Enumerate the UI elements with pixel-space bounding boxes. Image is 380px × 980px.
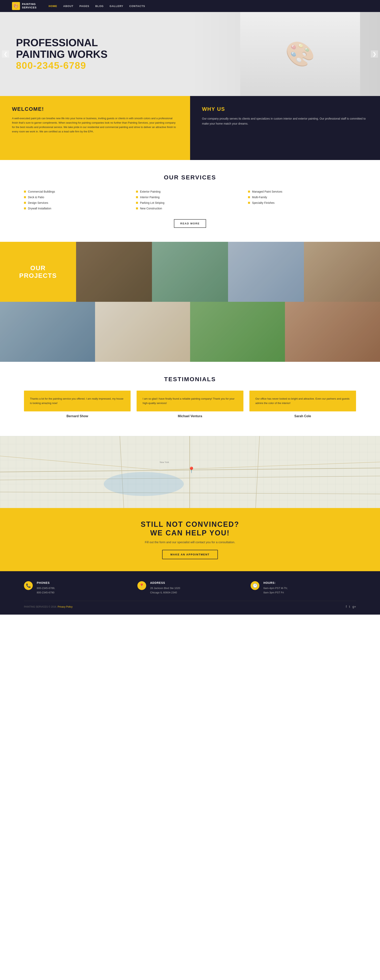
- main-nav: HOME ABOUT PAGES BLOG GALLERY CONTACTS: [49, 4, 145, 8]
- testimonial-text-1: Thanks a lot for the painting service yo…: [30, 396, 125, 406]
- svg-text:New York: New York: [160, 461, 169, 463]
- bullet-icon: [248, 202, 250, 204]
- nav-pages[interactable]: PAGES: [79, 4, 89, 8]
- bullet-icon: [136, 207, 138, 209]
- googleplus-icon[interactable]: g+: [352, 605, 356, 609]
- welcome-panel: WELCOME! A well-executed paint job can b…: [0, 96, 190, 160]
- bullet-icon: [24, 202, 26, 204]
- testimonial-item-1: Thanks a lot for the painting service yo…: [24, 391, 131, 418]
- project-image-1[interactable]: [76, 242, 152, 302]
- footer-hours-info: Hours: 6am-4pm PST M-Th; 8am-3pm PST Fri: [263, 581, 288, 595]
- list-item: Managed Paint Services: [248, 189, 356, 194]
- testimonial-item-3: Our office has never looked so bright an…: [249, 391, 356, 418]
- footer-bottom: PAINTING SERVICES © 2016. Privacy Policy…: [24, 601, 356, 609]
- projects-section: OUR PROJECTS: [0, 242, 380, 362]
- footer-address-info: Address 28 Jackson Blvd Ste 1020 Chicago…: [150, 581, 180, 595]
- bullet-icon: [24, 207, 26, 209]
- hero-title: PROFESSIONAL PAINTING WORKS: [16, 37, 108, 60]
- phone-icon: 📞: [24, 581, 33, 590]
- svg-line-3: [120, 436, 124, 508]
- testimonial-text-2: I am so glad I have finally found a reli…: [142, 396, 237, 406]
- logo: 🎨 PAINTING SERVICES: [12, 2, 37, 10]
- footer-hours-lines: 6am-4pm PST M-Th; 8am-3pm PST Fri: [263, 586, 288, 595]
- nav-blog[interactable]: BLOG: [95, 4, 104, 8]
- nav-home[interactable]: HOME: [49, 4, 57, 8]
- bullet-icon: [24, 196, 26, 198]
- facebook-icon[interactable]: f: [346, 605, 347, 609]
- why-us-panel: WHY US Our company proudly serves its cl…: [190, 96, 380, 160]
- welcome-body: A well-executed paint job can breathe ne…: [12, 116, 178, 134]
- footer-copyright: PAINTING SERVICES © 2016. Privacy Policy: [24, 605, 73, 608]
- testimonials-title: TESTIMONIALS: [24, 376, 356, 383]
- footer-phones: 📞 Phones 800-2345-6789, 800-2345-6790: [24, 581, 130, 595]
- list-item: Drywall Installation: [24, 205, 132, 211]
- list-item: Multi-Family: [248, 194, 356, 200]
- testimonial-name-2: Michael Ventura: [136, 414, 243, 418]
- logo-icon: 🎨: [12, 2, 20, 10]
- list-item: Deck & Patio: [24, 194, 132, 200]
- nav-about[interactable]: ABOUT: [63, 4, 73, 8]
- services-section: OUR SERVICES Commercial Buildings Deck &…: [0, 160, 380, 242]
- hero-image: [240, 12, 360, 96]
- project-image-7[interactable]: [190, 302, 285, 362]
- project-image-2[interactable]: [152, 242, 228, 302]
- footer-address-lines: 28 Jackson Blvd Ste 1020 Chicago IL 6060…: [150, 586, 180, 595]
- testimonial-card-2: I am so glad I have finally found a reli…: [136, 391, 243, 411]
- list-item: Specialty Finishes: [248, 200, 356, 205]
- why-us-body: Our company proudly serves its clients a…: [202, 116, 368, 126]
- list-item: Exterior Painting: [136, 189, 244, 194]
- testimonial-card-3: Our office has never looked so bright an…: [249, 391, 356, 411]
- list-item: Commercial Buildings: [24, 189, 132, 194]
- project-image-6[interactable]: [95, 302, 190, 362]
- bullet-icon: [136, 202, 138, 204]
- bullet-icon: [24, 191, 26, 192]
- svg-line-5: [0, 456, 160, 470]
- list-item: Parking Lot Striping: [136, 200, 244, 205]
- footer: 📞 Phones 800-2345-6789, 800-2345-6790 📍 …: [0, 571, 380, 615]
- appointment-button[interactable]: MAKE AN APPOINTMENT: [162, 550, 218, 559]
- logo-text: PAINTING SERVICES: [22, 3, 37, 10]
- list-item: Design Services: [24, 200, 132, 205]
- list-item: New Construction: [136, 205, 244, 211]
- svg-point-8: [104, 472, 184, 496]
- bullet-icon: [136, 196, 138, 198]
- map-section: New York 📍: [0, 436, 380, 508]
- bullet-icon: [136, 191, 138, 192]
- nav-contacts[interactable]: CONTACTS: [130, 4, 145, 8]
- bullet-icon: [248, 191, 250, 192]
- hero-next-button[interactable]: ❯: [371, 50, 378, 57]
- hero-prev-button[interactable]: ❮: [2, 50, 9, 57]
- testimonial-item-2: I am so glad I have finally found a reli…: [136, 391, 243, 418]
- cta-body: Fill out the form and our specialist wil…: [24, 540, 356, 544]
- privacy-link[interactable]: Privacy Policy: [57, 605, 73, 608]
- project-image-3[interactable]: [228, 242, 304, 302]
- footer-contacts: 📞 Phones 800-2345-6789, 800-2345-6790 📍 …: [24, 581, 356, 595]
- map-background: New York 📍: [0, 436, 380, 508]
- project-image-8[interactable]: [285, 302, 380, 362]
- list-item: Interior Painting: [136, 194, 244, 200]
- projects-label: OUR PROJECTS: [0, 242, 76, 302]
- bullet-icon: [248, 196, 250, 198]
- footer-phones-lines: 800-2345-6789, 800-2345-6790: [37, 586, 55, 595]
- project-image-5[interactable]: [0, 302, 95, 362]
- address-icon: 📍: [138, 581, 146, 590]
- read-more-button[interactable]: READ MORE: [174, 219, 206, 228]
- services-grid: Commercial Buildings Deck & Patio Design…: [24, 189, 356, 211]
- testimonials-grid: Thanks a lot for the painting service yo…: [24, 391, 356, 418]
- svg-text:📍: 📍: [188, 466, 195, 474]
- twitter-icon[interactable]: t: [349, 605, 350, 609]
- project-image-4[interactable]: [304, 242, 380, 302]
- footer-phones-info: Phones 800-2345-6789, 800-2345-6790: [37, 581, 55, 595]
- projects-top-row: [76, 242, 380, 302]
- testimonial-name-3: Sarah Cole: [249, 414, 356, 418]
- footer-hours-title: Hours:: [263, 581, 288, 584]
- nav-gallery[interactable]: GALLERY: [109, 4, 124, 8]
- services-col-2: Exterior Painting Interior Painting Park…: [136, 189, 244, 211]
- map-roads-svg: New York 📍: [0, 436, 380, 508]
- welcome-section: WELCOME! A well-executed paint job can b…: [0, 96, 380, 160]
- svg-line-4: [256, 436, 260, 508]
- testimonial-name-1: Bernard Show: [24, 414, 131, 418]
- social-icons: f t g+: [346, 605, 356, 609]
- projects-bottom-row: [0, 302, 380, 362]
- footer-hours: 🕐 Hours: 6am-4pm PST M-Th; 8am-3pm PST F…: [250, 581, 356, 595]
